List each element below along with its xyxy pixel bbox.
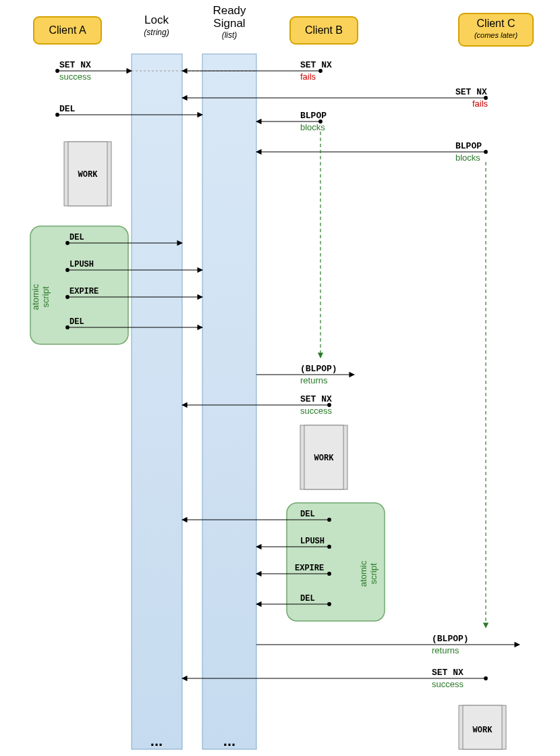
- svg-text:success: success: [300, 406, 332, 416]
- svg-text:fails: fails: [472, 99, 488, 109]
- ready-sub: (list): [222, 30, 237, 40]
- client-c-sub: (comes later): [474, 31, 518, 39]
- svg-text:DEL: DEL: [69, 317, 84, 327]
- ready-label-1: Ready: [213, 4, 246, 17]
- svg-text:DEL: DEL: [300, 510, 315, 519]
- svg-text:...: ...: [223, 732, 235, 749]
- lock-sub: (string): [144, 28, 169, 37]
- client-a-label: Client A: [49, 24, 86, 36]
- svg-text:DEL: DEL: [59, 104, 76, 114]
- svg-text:atomic: atomic: [30, 284, 40, 310]
- svg-text:blocks: blocks: [455, 153, 480, 163]
- svg-text:SET NX: SET NX: [300, 60, 332, 70]
- svg-text:returns: returns: [432, 645, 459, 655]
- svg-text:(BLPOP): (BLPOP): [300, 364, 337, 374]
- svg-text:script: script: [368, 563, 379, 584]
- svg-text:success: success: [432, 679, 464, 689]
- svg-text:EXPIRE: EXPIRE: [295, 564, 324, 573]
- ready-lifeline: [202, 54, 256, 749]
- svg-text:LPUSH: LPUSH: [69, 260, 94, 269]
- svg-text:BLPOP: BLPOP: [300, 111, 327, 121]
- svg-text:blocks: blocks: [300, 122, 325, 132]
- svg-text:success: success: [59, 72, 91, 82]
- svg-text:returns: returns: [300, 375, 328, 385]
- svg-text:fails: fails: [300, 72, 316, 82]
- ready-label-2: Signal: [213, 17, 245, 30]
- svg-text:EXPIRE: EXPIRE: [69, 287, 99, 296]
- svg-text:atomic: atomic: [358, 560, 368, 587]
- lock-label: Lock: [144, 14, 169, 26]
- sequence-diagram: Client A Lock (string) Ready Signal (lis…: [0, 0, 560, 756]
- svg-text:...: ...: [150, 732, 163, 749]
- svg-text:LPUSH: LPUSH: [300, 537, 325, 546]
- svg-text:SET NX: SET NX: [59, 60, 91, 70]
- svg-text:WORK: WORK: [314, 454, 335, 463]
- svg-text:SET NX: SET NX: [455, 87, 487, 97]
- svg-text:DEL: DEL: [300, 594, 315, 603]
- svg-text:(BLPOP): (BLPOP): [432, 634, 469, 644]
- svg-text:DEL: DEL: [69, 233, 84, 242]
- svg-text:SET NX: SET NX: [300, 394, 332, 404]
- client-c-label: Client C: [477, 18, 515, 29]
- svg-text:WORK: WORK: [473, 726, 493, 735]
- svg-text:script: script: [40, 286, 51, 307]
- client-b-label: Client B: [305, 24, 343, 36]
- svg-text:BLPOP: BLPOP: [455, 141, 482, 151]
- lock-lifeline: [132, 54, 182, 749]
- svg-text:WORK: WORK: [78, 170, 99, 180]
- svg-text:SET NX: SET NX: [432, 668, 464, 678]
